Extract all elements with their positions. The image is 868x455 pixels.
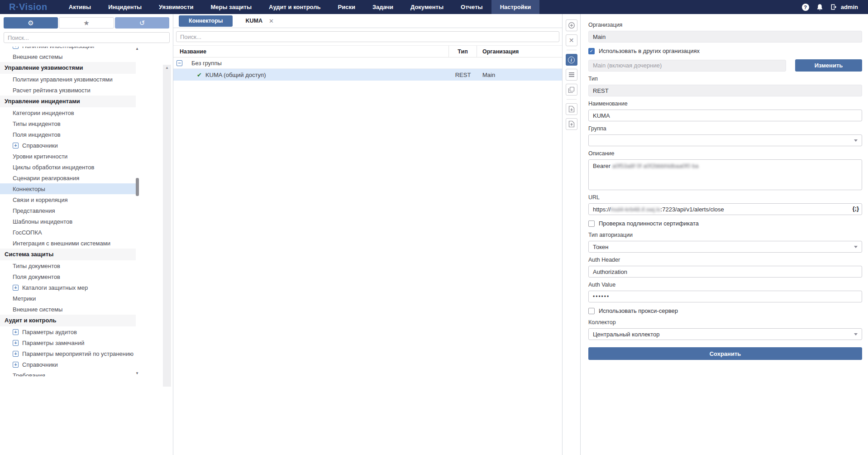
scroll-up-icon[interactable]: ▲: [165, 66, 169, 70]
column-name[interactable]: Название: [173, 46, 449, 57]
tree-item-15[interactable]: Представления: [0, 205, 136, 216]
settings-tree: +Политики инвентаризацииВнешние системыУ…: [0, 47, 136, 376]
tree-item-label: Политики инвентаризации: [22, 47, 94, 49]
sidebar-tab-history[interactable]: ↺: [115, 17, 169, 29]
save-button[interactable]: Сохранить: [588, 347, 862, 360]
auth-type-select[interactable]: Токен: [588, 241, 862, 253]
tree-item-28[interactable]: +Параметры мероприятий по устранению: [0, 348, 136, 359]
list-button[interactable]: [566, 69, 577, 81]
import-button[interactable]: [566, 118, 577, 130]
nav-item-7[interactable]: Документы: [402, 0, 452, 14]
cert-checkbox-row[interactable]: Проверка подлинности сертификата: [588, 220, 862, 227]
expand-icon[interactable]: +: [13, 362, 19, 368]
copy-icon: [568, 86, 575, 93]
nav-item-9[interactable]: Настройки: [491, 0, 540, 14]
expand-icon[interactable]: +: [13, 143, 19, 148]
nav-item-1[interactable]: Инциденты: [100, 0, 150, 14]
tree-item-label: Типы инцидентов: [13, 120, 61, 127]
tree-item-22[interactable]: +Каталоги защитных мер: [0, 282, 136, 293]
tree-item-21[interactable]: Поля документов: [0, 271, 136, 282]
tree-item-8[interactable]: Поля инцидентов: [0, 129, 136, 140]
tree-item-29[interactable]: +Справочники: [0, 359, 136, 370]
auth-value-input[interactable]: ••••••: [588, 291, 862, 302]
collapse-icon[interactable]: −: [176, 60, 182, 66]
sidebar-tab-favorites[interactable]: ★: [59, 17, 114, 29]
org-label: Организация: [588, 22, 862, 28]
tree-item-7[interactable]: Типы инцидентов: [0, 118, 136, 129]
add-button[interactable]: [566, 19, 577, 31]
group-row[interactable]: − Без группы: [173, 57, 562, 69]
connectors-search-input[interactable]: [176, 31, 559, 42]
tab-kuma[interactable]: KUMA ✕: [245, 18, 273, 24]
change-button[interactable]: Изменить: [795, 59, 862, 72]
sidebar-search-input[interactable]: [4, 32, 170, 43]
tree-item-4[interactable]: Расчет рейтинга уязвимости: [0, 85, 136, 96]
nav-item-6[interactable]: Задачи: [364, 0, 402, 14]
tree-item-20[interactable]: Типы документов: [0, 260, 136, 271]
table-row-0[interactable]: ✔KUMA (общий доступ)RESTMain: [173, 69, 562, 81]
tree-item-14[interactable]: Связи и корреляция: [0, 194, 136, 205]
url-input[interactable]: https://hsd4-krb48.if.swj.ls:7223/api/v1…: [588, 203, 862, 215]
info-button[interactable]: i: [566, 54, 577, 66]
tree-item-17[interactable]: ГосСОПКА: [0, 227, 136, 238]
help-icon[interactable]: ?: [802, 4, 809, 11]
expand-icon[interactable]: +: [13, 329, 19, 335]
close-tab-icon[interactable]: ✕: [269, 18, 274, 24]
nav-item-4[interactable]: Аудит и контроль: [260, 0, 329, 14]
tree-item-3[interactable]: Политики управления уязвимостями: [0, 74, 136, 85]
collector-select[interactable]: Центральный коллектор: [588, 328, 862, 340]
copy-button[interactable]: [566, 84, 577, 96]
checkbox-unchecked-icon[interactable]: [588, 220, 595, 227]
tree-item-label: Поля документов: [13, 273, 60, 280]
tab-connectors[interactable]: Коннекторы: [179, 15, 233, 27]
column-type[interactable]: Тип: [449, 46, 477, 57]
tree-item-13[interactable]: Коннекторы: [0, 183, 136, 194]
tree-item-12[interactable]: Сценарии реагирования: [0, 172, 136, 183]
tree-item-16[interactable]: Шаблоны инцидентов: [0, 216, 136, 227]
checkbox-unchecked-icon[interactable]: [588, 308, 595, 314]
tree-item-30[interactable]: Требования: [0, 370, 136, 376]
column-org[interactable]: Организация: [477, 46, 562, 57]
tree-item-10[interactable]: Уровни критичности: [0, 151, 136, 162]
nav-item-2[interactable]: Уязвимости: [150, 0, 202, 14]
tree-item-27[interactable]: +Параметры замечаний: [0, 337, 136, 348]
tree-scrollbar[interactable]: ▲ ▼: [134, 47, 140, 376]
tree-item-24[interactable]: Внешние системы: [0, 304, 136, 315]
export-button[interactable]: [566, 103, 577, 115]
checkbox-checked-icon[interactable]: ✓: [588, 48, 595, 54]
expand-icon[interactable]: +: [13, 47, 19, 49]
scroll-down-icon[interactable]: ▼: [135, 371, 139, 375]
expand-icon[interactable]: +: [13, 340, 19, 346]
nav-item-0[interactable]: Активы: [60, 0, 100, 14]
tree-item-9[interactable]: +Справочники: [0, 140, 136, 151]
template-variable-icon[interactable]: {;}: [853, 205, 859, 212]
group-select[interactable]: [588, 134, 862, 146]
proxy-checkbox-row[interactable]: Использовать прокси-сервер: [588, 307, 862, 314]
tree-item-23[interactable]: Метрики: [0, 293, 136, 304]
tree-item-1[interactable]: Внешние системы: [0, 51, 136, 62]
expand-icon[interactable]: +: [13, 285, 19, 291]
delete-button[interactable]: ✕: [566, 34, 577, 46]
nav-item-3[interactable]: Меры защиты: [202, 0, 260, 14]
expand-icon[interactable]: +: [13, 351, 19, 357]
scrollbar-thumb[interactable]: [136, 178, 139, 196]
sidebar-scroll-track[interactable]: ▲: [163, 65, 171, 387]
sidebar-tab-settings[interactable]: ⚙: [4, 17, 58, 29]
tree-item-18[interactable]: Интеграция с внешними системами: [0, 238, 136, 249]
tree-item-label: Поля инцидентов: [13, 131, 61, 138]
name-input[interactable]: KUMA: [588, 110, 862, 121]
user-menu[interactable]: admin: [830, 4, 858, 10]
nav-item-8[interactable]: Отчеты: [452, 0, 491, 14]
tree-item-6[interactable]: Категории инцидентов: [0, 107, 136, 118]
share-checkbox-row[interactable]: ✓ Использовать в других организациях: [588, 48, 862, 54]
tree-item-26[interactable]: +Параметры аудитов: [0, 326, 136, 337]
description-textarea[interactable]: Bearer a0f53a8f 0f a0f2bbbhldbaa0f0 ba: [588, 159, 862, 190]
side-toolbar: ✕ i: [563, 14, 581, 455]
nav-item-5[interactable]: Риски: [329, 0, 364, 14]
scroll-up-icon[interactable]: ▲: [135, 47, 139, 51]
bell-icon[interactable]: [816, 4, 823, 11]
tree-item-11[interactable]: Циклы обработки инцидентов: [0, 162, 136, 172]
auth-header-input[interactable]: Authorization: [588, 266, 862, 278]
tree-item-0[interactable]: +Политики инвентаризации: [0, 47, 136, 51]
tree-item-label: Категории инцидентов: [13, 110, 74, 116]
